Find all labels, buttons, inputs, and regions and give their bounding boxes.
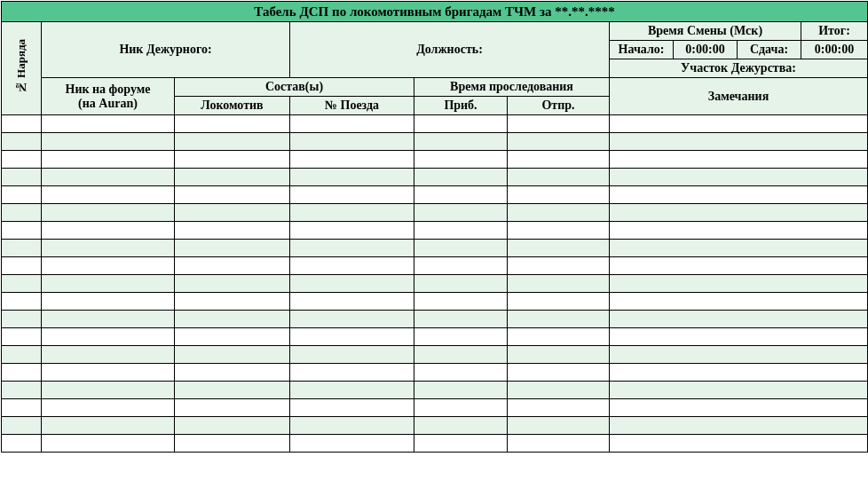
cell — [175, 151, 290, 169]
cell — [610, 328, 868, 346]
cell — [610, 399, 868, 417]
cell — [508, 328, 610, 346]
cell — [290, 382, 414, 399]
cell — [42, 328, 175, 346]
col-arrival: Приб. — [414, 97, 508, 115]
cell — [42, 115, 175, 133]
cell — [290, 417, 414, 435]
cell — [175, 186, 290, 204]
cell — [42, 240, 175, 257]
table-row — [2, 399, 868, 417]
cell — [610, 169, 868, 186]
cell — [42, 133, 175, 151]
cell — [610, 364, 868, 382]
cell — [610, 240, 868, 257]
cell — [175, 169, 290, 186]
cell — [508, 222, 610, 240]
cell — [2, 240, 42, 257]
cell — [175, 399, 290, 417]
col-assignment-no: № Наряда — [2, 22, 42, 115]
table-row — [2, 222, 868, 240]
cell — [42, 382, 175, 399]
cell — [414, 151, 508, 169]
cell — [175, 311, 290, 328]
cell — [414, 275, 508, 293]
cell — [2, 364, 42, 382]
cell — [610, 133, 868, 151]
start-value: 0:00:00 — [674, 41, 738, 59]
cell — [2, 417, 42, 435]
col-departure: Отпр. — [508, 97, 610, 115]
cell — [42, 311, 175, 328]
cell — [175, 204, 290, 222]
cell — [290, 311, 414, 328]
cell — [42, 417, 175, 435]
cell — [175, 382, 290, 399]
cell — [610, 257, 868, 275]
cell — [2, 115, 42, 133]
cell — [610, 346, 868, 364]
cell — [290, 204, 414, 222]
cell — [290, 275, 414, 293]
cell — [2, 435, 42, 453]
cell — [175, 257, 290, 275]
col-forum-nick: Ник на форуме(на Auran) — [42, 78, 175, 115]
result-label: Итог: — [801, 22, 868, 41]
cell — [508, 133, 610, 151]
cell — [42, 346, 175, 364]
duty-area-label: Участок Дежурства: — [610, 59, 868, 78]
table-row — [2, 364, 868, 382]
col-consist: Состав(ы) — [175, 78, 414, 97]
cell — [2, 328, 42, 346]
cell — [508, 275, 610, 293]
cell — [175, 240, 290, 257]
cell — [2, 257, 42, 275]
cell — [414, 257, 508, 275]
position-label: Должность: — [290, 22, 610, 78]
cell — [290, 169, 414, 186]
cell — [508, 169, 610, 186]
table-row — [2, 240, 868, 257]
cell — [42, 293, 175, 311]
cell — [290, 257, 414, 275]
table-row — [2, 328, 868, 346]
cell — [414, 328, 508, 346]
cell — [508, 364, 610, 382]
cell — [290, 346, 414, 364]
cell — [414, 204, 508, 222]
cell — [175, 346, 290, 364]
cell — [290, 364, 414, 382]
cell — [508, 399, 610, 417]
cell — [414, 311, 508, 328]
cell — [290, 240, 414, 257]
cell — [508, 151, 610, 169]
cell — [290, 133, 414, 151]
cell — [610, 275, 868, 293]
cell — [290, 115, 414, 133]
cell — [508, 293, 610, 311]
cell — [414, 133, 508, 151]
cell — [2, 311, 42, 328]
cell — [508, 115, 610, 133]
table-row — [2, 293, 868, 311]
cell — [414, 382, 508, 399]
timesheet-table: Табель ДСП по локомотивным бригадам ТЧМ … — [1, 1, 868, 453]
cell — [42, 186, 175, 204]
cell — [2, 204, 42, 222]
cell — [290, 293, 414, 311]
cell — [414, 399, 508, 417]
cell — [42, 399, 175, 417]
cell — [290, 151, 414, 169]
cell — [508, 204, 610, 222]
cell — [175, 115, 290, 133]
cell — [42, 435, 175, 453]
cell — [290, 222, 414, 240]
col-pass-time: Время проследования — [414, 78, 610, 97]
cell — [2, 275, 42, 293]
table-row — [2, 133, 868, 151]
cell — [42, 169, 175, 186]
cell — [2, 151, 42, 169]
start-label: Начало: — [610, 41, 674, 59]
duty-nick-label: Ник Дежурного: — [42, 22, 290, 78]
cell — [610, 417, 868, 435]
